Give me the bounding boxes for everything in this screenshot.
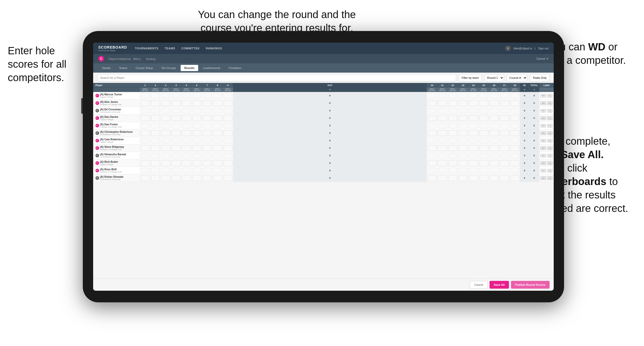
score-input-h2[interactable] — [151, 168, 160, 173]
score-input-h5[interactable] — [182, 100, 191, 106]
score-input-h8[interactable] — [213, 175, 222, 181]
score-input-h3[interactable] — [161, 138, 170, 143]
score-input-h15[interactable] — [479, 123, 488, 128]
score-input-h13[interactable] — [459, 160, 468, 166]
dq-button[interactable]: DQ — [547, 147, 552, 150]
score-input-h14[interactable] — [469, 175, 478, 181]
tab-course-setup[interactable]: Course Setup — [132, 65, 157, 71]
score-input-h12[interactable] — [448, 123, 457, 128]
nav-rankings[interactable]: RANKINGS — [206, 46, 222, 51]
score-input-h9[interactable] — [224, 168, 232, 173]
score-input-h8[interactable] — [213, 100, 222, 106]
score-input-h10[interactable] — [428, 138, 436, 143]
score-input-h12[interactable] — [448, 153, 457, 158]
score-input-h6[interactable] — [193, 108, 201, 113]
score-input-h11[interactable] — [438, 160, 447, 166]
score-input-h10[interactable] — [428, 130, 436, 136]
cancel-tournament[interactable]: Cancel — [536, 57, 545, 60]
score-input-h15[interactable] — [479, 115, 488, 121]
tab-tee-groups[interactable]: Tee Groups — [158, 65, 180, 71]
score-input-h12[interactable] — [448, 100, 457, 106]
score-input-h11[interactable] — [438, 138, 447, 143]
score-input-h13[interactable] — [459, 175, 468, 181]
save-all-button[interactable]: Save All — [490, 281, 509, 289]
score-input-h9[interactable] — [224, 123, 232, 128]
score-input-h8[interactable] — [213, 108, 222, 113]
score-input-h10[interactable] — [428, 160, 436, 166]
score-input-h4[interactable] — [172, 160, 181, 166]
nav-teams[interactable]: TEAMS — [165, 46, 175, 51]
score-input-h18[interactable] — [510, 130, 519, 136]
tab-teams[interactable]: Teams — [115, 65, 131, 71]
score-input-h3[interactable] — [161, 130, 170, 136]
score-input-h15[interactable] — [479, 145, 488, 151]
score-input-h2[interactable] — [151, 138, 160, 143]
score-input-h17[interactable] — [500, 138, 509, 143]
score-input-h13[interactable] — [459, 168, 468, 173]
score-input-h1[interactable] — [141, 115, 150, 121]
score-input-h17[interactable] — [500, 108, 509, 113]
score-input-h5[interactable] — [182, 108, 191, 113]
score-input-h13[interactable] — [459, 138, 468, 143]
score-input-h18[interactable] — [510, 138, 519, 143]
score-input-h15[interactable] — [479, 175, 488, 181]
score-input-h3[interactable] — [161, 115, 170, 121]
score-input-h1[interactable] — [141, 100, 150, 106]
score-input-h7[interactable] — [203, 130, 212, 136]
score-input-h14[interactable] — [469, 168, 478, 173]
score-input-h9[interactable] — [224, 130, 232, 136]
score-input-h7[interactable] — [203, 108, 212, 113]
score-input-h8[interactable] — [213, 93, 222, 98]
score-input-h18[interactable] — [510, 153, 519, 158]
dq-button[interactable]: DQ — [547, 94, 552, 97]
score-input-h5[interactable] — [182, 153, 191, 158]
score-input-h12[interactable] — [448, 130, 457, 136]
score-input-h13[interactable] — [459, 100, 468, 106]
score-input-h18[interactable] — [510, 108, 519, 113]
score-input-h5[interactable] — [182, 123, 191, 128]
wd-button[interactable]: WD — [541, 102, 546, 105]
tab-details[interactable]: Details — [98, 65, 114, 71]
score-input-h13[interactable] — [459, 130, 468, 136]
score-input-h11[interactable] — [438, 153, 447, 158]
score-input-h6[interactable] — [193, 145, 201, 151]
score-input-h12[interactable] — [448, 145, 457, 151]
score-input-h4[interactable] — [172, 108, 181, 113]
score-input-h4[interactable] — [172, 145, 181, 151]
score-input-h3[interactable] — [161, 153, 170, 158]
score-input-h8[interactable] — [213, 160, 222, 166]
score-input-h12[interactable] — [448, 93, 457, 98]
score-input-h6[interactable] — [193, 130, 201, 136]
score-input-h17[interactable] — [500, 100, 509, 106]
score-input-h16[interactable] — [490, 153, 499, 158]
score-input-h10[interactable] — [428, 168, 436, 173]
score-input-h9[interactable] — [224, 115, 232, 121]
score-input-h3[interactable] — [161, 108, 170, 113]
wd-button[interactable]: WD — [541, 169, 546, 172]
score-input-h1[interactable] — [141, 138, 150, 143]
score-input-h17[interactable] — [500, 175, 509, 181]
wd-button[interactable]: WD — [541, 94, 546, 97]
score-input-h16[interactable] — [490, 130, 499, 136]
score-input-h4[interactable] — [172, 130, 181, 136]
score-input-h3[interactable] — [161, 93, 170, 98]
score-input-h17[interactable] — [500, 93, 509, 98]
score-input-h14[interactable] — [469, 108, 478, 113]
score-input-h7[interactable] — [203, 153, 212, 158]
score-input-h5[interactable] — [182, 130, 191, 136]
cancel-button[interactable]: Cancel — [470, 281, 487, 289]
score-input-h6[interactable] — [193, 138, 201, 143]
score-input-h10[interactable] — [428, 100, 436, 106]
score-input-h3[interactable] — [161, 160, 170, 166]
score-input-h10[interactable] — [428, 93, 436, 98]
score-input-h3[interactable] — [161, 175, 170, 181]
wd-button[interactable]: WD — [541, 109, 546, 112]
score-input-h16[interactable] — [490, 108, 499, 113]
score-input-h16[interactable] — [490, 138, 499, 143]
score-input-h15[interactable] — [479, 100, 488, 106]
publish-button[interactable]: Publish Round Scores — [511, 281, 550, 289]
score-input-h4[interactable] — [172, 100, 181, 106]
score-input-h13[interactable] — [459, 93, 468, 98]
score-input-h9[interactable] — [224, 108, 232, 113]
score-input-h14[interactable] — [469, 123, 478, 128]
